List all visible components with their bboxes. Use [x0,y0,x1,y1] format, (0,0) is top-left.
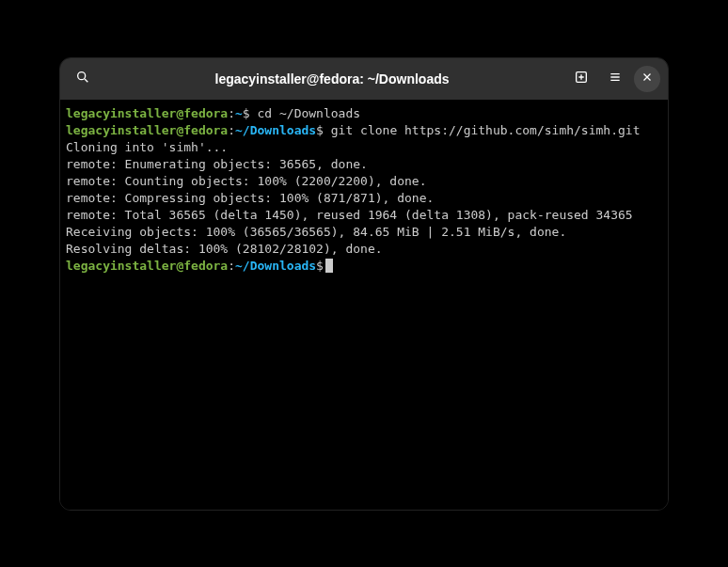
terminal-line: legacyinstaller@fedora:~/Downloads$ [66,258,662,275]
cursor [325,259,333,273]
svg-line-1 [85,79,87,82]
hamburger-icon [608,70,623,87]
menu-button[interactable] [600,64,630,94]
prompt-userhost: legacyinstaller@fedora [66,123,228,137]
prompt-path: ~/Downloads [235,259,316,273]
plus-square-icon [574,70,589,87]
prompt-path: ~/Downloads [235,123,316,137]
terminal-output: Receiving objects: 100% (36565/36565), 8… [66,224,662,241]
terminal-line: legacyinstaller@fedora:~$ cd ~/Downloads [66,105,662,122]
terminal-window: legacyinstaller@fedora: ~/Downloads lega… [59,57,669,511]
close-icon [641,71,654,87]
titlebar: legacyinstaller@fedora: ~/Downloads [60,58,668,100]
prompt-path: ~ [235,106,243,120]
terminal-body[interactable]: legacyinstaller@fedora:~$ cd ~/Downloads… [60,100,668,510]
terminal-output: remote: Compressing objects: 100% (871/8… [66,190,662,207]
terminal-output: Cloning into 'simh'... [66,139,662,156]
search-button[interactable] [68,64,98,94]
prompt-userhost: legacyinstaller@fedora [66,106,228,120]
close-button[interactable] [634,66,660,92]
terminal-line: legacyinstaller@fedora:~/Downloads$ git … [66,122,662,139]
svg-point-0 [78,72,86,80]
terminal-output: remote: Total 36565 (delta 1450), reused… [66,207,662,224]
terminal-output: Resolving deltas: 100% (28102/28102), do… [66,241,662,258]
prompt-userhost: legacyinstaller@fedora [66,259,228,273]
search-icon [75,70,90,87]
command-text: git clone https://github.com/simh/simh.g… [324,123,641,137]
terminal-output: remote: Enumerating objects: 36565, done… [66,156,662,173]
window-title: legacyinstaller@fedora: ~/Downloads [102,71,562,87]
command-text: cd ~/Downloads [250,106,360,120]
new-tab-button[interactable] [566,64,596,94]
terminal-output: remote: Counting objects: 100% (2200/220… [66,173,662,190]
